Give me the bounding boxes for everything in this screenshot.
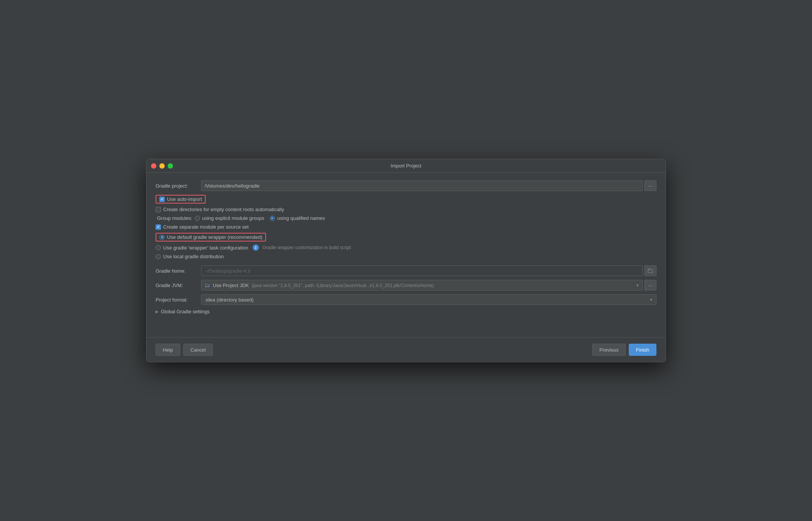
create-directories-row: Create directories for empty content roo… <box>156 207 656 212</box>
use-default-wrapper-label: Use default gradle wrapper (recommended) <box>167 234 262 240</box>
create-separate-module-row: Create separate module per source set <box>156 224 656 230</box>
use-wrapper-task-row: Use gradle 'wrapper' task configuration … <box>156 245 656 251</box>
gradle-project-input-wrapper: ··· <box>201 180 656 191</box>
left-button-group: Help Cancel <box>156 344 213 356</box>
maximize-button[interactable] <box>168 163 173 169</box>
group-modules-radio-qualified[interactable] <box>270 216 275 221</box>
group-modules-radio-explicit[interactable] <box>195 216 200 221</box>
window-controls <box>151 163 173 169</box>
global-gradle-settings-label: Global Gradle settings <box>161 309 210 314</box>
group-modules-option1-label: using explicit module groups <box>202 215 264 221</box>
gradle-jvm-select[interactable]: 🗂 Use Project JDK (java version "1.8.0_2… <box>201 280 643 290</box>
previous-button[interactable]: Previous <box>592 344 626 356</box>
gradle-home-row: Gradle home: <box>156 265 656 276</box>
gradle-jvm-select-wrapper: 🗂 Use Project JDK (java version "1.8.0_2… <box>201 280 656 290</box>
project-format-value: .idea (directory based) <box>205 297 253 303</box>
group-modules-label: Group modules: <box>157 215 192 221</box>
create-separate-module-label: Create separate module per source set <box>163 224 249 230</box>
project-format-select-wrapper: .idea (directory based) ▼ <box>201 294 656 305</box>
create-directories-checkbox[interactable] <box>156 207 161 212</box>
gradle-home-browse-button[interactable] <box>644 265 656 276</box>
create-directories-label: Create directories for empty content roo… <box>163 207 284 212</box>
titlebar: Import Project <box>146 159 666 173</box>
import-project-window: Import Project Gradle project: ··· Use a… <box>146 159 666 362</box>
gradle-home-input-wrapper <box>201 265 656 276</box>
gradle-jvm-browse-button[interactable]: ··· <box>644 280 656 290</box>
bottom-bar: Help Cancel Previous Finish <box>146 337 666 362</box>
gradle-home-input[interactable] <box>201 265 643 276</box>
gradle-jvm-detail: (java version "1.8.0_201", path: /Librar… <box>252 283 434 288</box>
use-auto-import-label: Use auto-import <box>167 196 202 202</box>
window-title: Import Project <box>391 163 422 169</box>
group-modules-row: Group modules: using explicit module gro… <box>156 215 656 221</box>
project-format-row: Project format: .idea (directory based) … <box>156 294 656 305</box>
gradle-jvm-row: Gradle JVM: 🗂 Use Project JDK (java vers… <box>156 280 656 290</box>
gradle-project-label: Gradle project: <box>156 183 201 189</box>
gradle-project-row: Gradle project: ··· <box>156 180 656 191</box>
use-wrapper-task-label: Use gradle 'wrapper' task configuration <box>163 245 248 251</box>
gradle-project-browse-button[interactable]: ··· <box>644 180 656 191</box>
project-format-select[interactable]: .idea (directory based) ▼ <box>201 294 656 305</box>
use-local-gradle-label: Use local gradle distribution <box>163 254 224 259</box>
info-icon[interactable]: i <box>253 245 259 251</box>
use-auto-import-highlight: Use auto-import <box>156 195 206 204</box>
gradle-jvm-label: Gradle JVM: <box>156 283 201 288</box>
main-content: Gradle project: ··· Use auto-import Crea… <box>146 173 666 322</box>
project-format-arrow-icon: ▼ <box>649 298 653 302</box>
use-local-gradle-radio[interactable] <box>156 254 161 259</box>
project-format-label: Project format: <box>156 297 201 303</box>
jdk-icon: 🗂 <box>205 282 210 288</box>
collapse-arrow-icon: ▶ <box>156 309 159 314</box>
group-modules-option2-label: using qualified names <box>277 215 325 221</box>
use-local-gradle-row: Use local gradle distribution <box>156 254 656 259</box>
close-button[interactable] <box>151 163 156 169</box>
use-default-wrapper-radio[interactable] <box>159 235 165 240</box>
use-default-wrapper-highlight: Use default gradle wrapper (recommended) <box>156 233 266 242</box>
use-wrapper-task-radio[interactable] <box>156 245 161 250</box>
gradle-home-label: Gradle home: <box>156 268 201 274</box>
use-auto-import-wrapper: Use auto-import <box>156 195 656 204</box>
gradle-jvm-value: Use Project JDK <box>213 283 249 288</box>
gradle-jvm-arrow-icon: ▼ <box>636 283 639 287</box>
global-gradle-settings-row[interactable]: ▶ Global Gradle settings <box>156 309 656 314</box>
cancel-button[interactable]: Cancel <box>183 344 213 356</box>
gradle-project-input[interactable] <box>201 180 643 191</box>
gradle-jvm-select-content: 🗂 Use Project JDK (java version "1.8.0_2… <box>205 282 434 288</box>
use-default-wrapper-wrapper: Use default gradle wrapper (recommended) <box>156 233 656 242</box>
create-separate-module-checkbox[interactable] <box>156 224 161 230</box>
use-auto-import-checkbox[interactable] <box>159 197 165 202</box>
wrapper-info-text: Gradle wrapper customization in build sc… <box>263 245 351 250</box>
right-button-group: Previous Finish <box>592 344 656 356</box>
minimize-button[interactable] <box>159 163 165 169</box>
finish-button[interactable]: Finish <box>629 344 656 356</box>
help-button[interactable]: Help <box>156 344 180 356</box>
